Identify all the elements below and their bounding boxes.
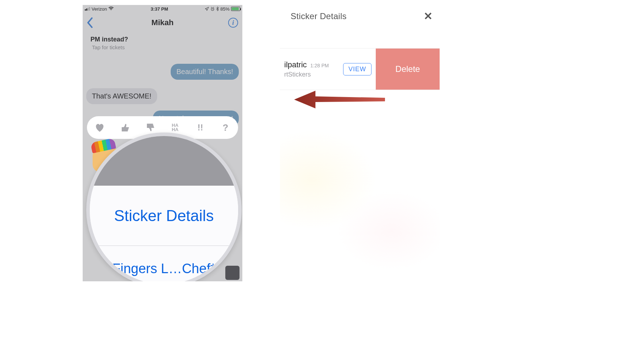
swipe-left-arrow-icon	[293, 90, 385, 109]
tapback-thumbs-up[interactable]	[117, 120, 133, 135]
status-time: 3:37 PM	[151, 6, 168, 12]
signal-bars-icon	[85, 7, 90, 11]
tapback-exclaim[interactable]: !!	[193, 120, 208, 135]
phone-screenshot-left: Verizon 3:37 PM 85% Mikah i	[83, 5, 242, 281]
sticker-details-header: Sticker Details ✕	[280, 5, 440, 28]
sticker-details-option[interactable]: Sticker Details	[90, 186, 238, 246]
delete-button[interactable]: Delete	[376, 49, 440, 90]
msg-text: Beautiful! Thanks!	[171, 64, 239, 80]
alarm-icon	[210, 7, 215, 11]
sender-name-fragment: ilpatric	[284, 60, 307, 69]
page-title: Sticker Details	[291, 11, 347, 21]
tap-for-tickets[interactable]: Tap for tickets	[92, 44, 125, 50]
status-left: Verizon	[85, 6, 114, 12]
incoming-message[interactable]: That's AWESOME!	[86, 88, 239, 104]
close-button[interactable]: ✕	[424, 11, 433, 22]
sticker-row[interactable]: ilpatric 1:28 PM rtStickers VIEW Delete	[280, 48, 440, 90]
battery-icon	[231, 7, 240, 11]
wifi-icon	[108, 6, 114, 12]
zoom-magnifier: Sticker Details Fingers L…Chef*	[86, 133, 242, 281]
sticker-details-body: ilpatric 1:28 PM rtStickers VIEW Delete	[280, 28, 440, 281]
secondary-option[interactable]: Fingers L…Chef*	[90, 246, 238, 281]
sticker-time: 1:28 PM	[310, 63, 329, 68]
outgoing-message[interactable]: Beautiful! Thanks!	[86, 64, 239, 80]
status-bar: Verizon 3:37 PM 85%	[83, 5, 242, 13]
app-drawer-icon[interactable]	[225, 266, 240, 280]
sticker-pack-fragment: rtStickers	[284, 71, 343, 78]
tapback-question[interactable]: ?	[218, 120, 233, 135]
location-icon	[205, 7, 209, 11]
carrier-label: Verizon	[92, 6, 107, 12]
phone-screenshot-right: Sticker Details ✕ ilpatric 1:28 PM rtSti…	[280, 5, 440, 281]
sticker-info: ilpatric 1:28 PM rtStickers	[280, 60, 343, 78]
view-button[interactable]: VIEW	[343, 63, 371, 75]
msg-text: That's AWESOME!	[86, 88, 157, 104]
battery-pct: 85%	[220, 6, 230, 12]
tapback-heart[interactable]	[92, 120, 108, 135]
incoming-message[interactable]: PM instead? Tap for tickets	[86, 35, 239, 50]
status-right: 85%	[205, 6, 240, 12]
msg-text: PM instead?	[90, 35, 128, 44]
bluetooth-icon	[216, 6, 219, 11]
conversation-title: Mikah	[83, 18, 242, 27]
nav-bar: Mikah i	[83, 13, 242, 33]
